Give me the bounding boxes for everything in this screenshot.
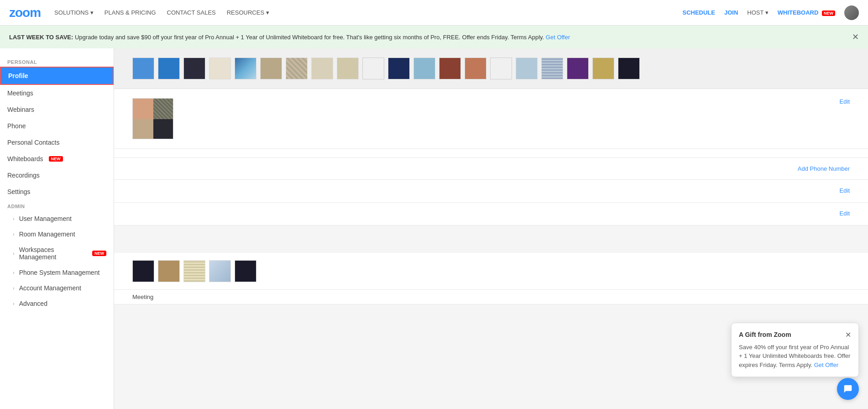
bottom-pattern-2[interactable]: [158, 260, 180, 282]
bg-pattern-10[interactable]: [362, 58, 384, 79]
sidebar-item-advanced[interactable]: › Advanced: [0, 296, 114, 311]
gift-popup-link[interactable]: Get Offer: [814, 362, 838, 368]
edit-button-2[interactable]: Edit: [840, 187, 850, 195]
sidebar: PERSONAL Profile Meetings Webinars Phone…: [0, 48, 114, 409]
nav-contact-sales[interactable]: CONTACT SALES: [167, 9, 216, 16]
sidebar-item-room-management[interactable]: › Room Management: [0, 226, 114, 242]
mosaic-q2: [153, 99, 173, 119]
phone-section: Add Phone Number: [114, 158, 868, 180]
profile-avatar-area: [132, 98, 173, 139]
bg-patterns-bottom: [114, 253, 868, 290]
profile-edit-button[interactable]: Edit: [840, 98, 850, 105]
sidebar-item-whiteboards[interactable]: Whiteboards NEW: [0, 151, 114, 167]
bg-pattern-2[interactable]: [158, 58, 180, 79]
whiteboard-new-badge: NEW: [822, 10, 835, 16]
bg-patterns-top: [114, 48, 868, 89]
banner-prefix: LAST WEEK TO SAVE:: [9, 34, 73, 41]
spacer-2: [114, 225, 868, 253]
sidebar-item-phone[interactable]: Phone: [0, 118, 114, 134]
bg-pattern-7[interactable]: [286, 58, 308, 79]
sidebar-item-account-management[interactable]: › Account Management: [0, 280, 114, 296]
profile-avatar[interactable]: [132, 98, 173, 139]
sidebar-item-personal-contacts[interactable]: Personal Contacts: [0, 134, 114, 151]
bottom-pattern-1[interactable]: [132, 260, 154, 282]
nav-solutions[interactable]: SOLUTIONS ▾: [54, 9, 94, 16]
chat-button[interactable]: [837, 378, 859, 400]
edit-section-2: Edit: [114, 203, 868, 225]
workspaces-new-badge: NEW: [92, 251, 106, 256]
gift-popup-header: A Gift from Zoom ✕: [739, 330, 851, 339]
sidebar-item-user-management[interactable]: › User Management: [0, 211, 114, 226]
mosaic-q4: [153, 119, 173, 139]
bottom-pattern-4[interactable]: [209, 260, 231, 282]
bottom-pattern-3[interactable]: [183, 260, 205, 282]
bg-pattern-14[interactable]: [465, 58, 486, 79]
promo-banner: LAST WEEK TO SAVE: Upgrade today and sav…: [0, 26, 868, 48]
sidebar-item-meetings[interactable]: Meetings: [0, 85, 114, 101]
bg-pattern-9[interactable]: [337, 58, 359, 79]
user-avatar[interactable]: [844, 5, 859, 20]
host-button[interactable]: HOST ▾: [747, 9, 769, 16]
banner-get-offer-link[interactable]: Get Offer: [546, 34, 570, 41]
sidebar-item-settings[interactable]: Settings: [0, 184, 114, 200]
mosaic-q3: [133, 119, 153, 139]
bg-pattern-3[interactable]: [183, 58, 205, 79]
top-nav: zoom SOLUTIONS ▾ PLANS & PRICING CONTACT…: [0, 0, 868, 26]
bg-pattern-12[interactable]: [413, 58, 435, 79]
gift-popup-title: A Gift from Zoom: [739, 331, 791, 338]
banner-message: Upgrade today and save $90 off your firs…: [75, 34, 544, 41]
bg-pattern-1[interactable]: [132, 58, 154, 79]
banner-close-button[interactable]: ✕: [852, 32, 859, 42]
bg-pattern-4[interactable]: [209, 58, 231, 79]
bg-pattern-11[interactable]: [388, 58, 410, 79]
nav-plans[interactable]: PLANS & PRICING: [105, 9, 156, 16]
personal-section-label: PERSONAL: [0, 56, 114, 67]
nav-right: SCHEDULE JOIN HOST ▾ WHITEBOARD NEW: [682, 5, 859, 20]
gift-popup-text: Save 40% off your first year of Pro Annu…: [739, 343, 851, 370]
bg-pattern-18[interactable]: [567, 58, 589, 79]
nav-resources[interactable]: RESOURCES ▾: [227, 9, 269, 16]
add-phone-number-link[interactable]: Add Phone Number: [798, 165, 850, 172]
schedule-button[interactable]: SCHEDULE: [682, 9, 715, 16]
sidebar-item-workspaces-management[interactable]: › Workspaces Management NEW: [0, 242, 114, 265]
bg-pattern-20[interactable]: [618, 58, 640, 79]
bg-pattern-19[interactable]: [592, 58, 614, 79]
nav-links: SOLUTIONS ▾ PLANS & PRICING CONTACT SALE…: [54, 9, 682, 16]
sidebar-item-profile[interactable]: Profile: [0, 67, 114, 85]
bg-pattern-13[interactable]: [439, 58, 461, 79]
profile-avatar-mosaic: [133, 99, 173, 139]
zoom-logo[interactable]: zoom: [9, 5, 41, 20]
gift-popup-close-button[interactable]: ✕: [845, 330, 851, 339]
bg-pattern-8[interactable]: [311, 58, 333, 79]
sidebar-item-webinars[interactable]: Webinars: [0, 101, 114, 118]
spacer-1: [114, 149, 868, 158]
bg-pattern-5[interactable]: [235, 58, 256, 79]
bg-pattern-17[interactable]: [541, 58, 563, 79]
bg-pattern-16[interactable]: [516, 58, 538, 79]
gift-popup: A Gift from Zoom ✕ Save 40% off your fir…: [731, 323, 859, 378]
banner-text: LAST WEEK TO SAVE: Upgrade today and sav…: [9, 34, 570, 41]
edit-section-1: Edit: [114, 180, 868, 203]
join-button[interactable]: JOIN: [724, 9, 738, 16]
mosaic-q1: [133, 99, 153, 119]
profile-section: Edit: [114, 89, 868, 149]
meeting-label: Meeting: [132, 294, 153, 300]
bottom-label: Meeting: [114, 290, 868, 304]
bg-pattern-6[interactable]: [260, 58, 282, 79]
bottom-pattern-5[interactable]: [235, 260, 256, 282]
admin-section-label: ADMIN: [0, 200, 114, 211]
whiteboard-button[interactable]: WHITEBOARD NEW: [778, 9, 835, 16]
whiteboards-new-badge: NEW: [49, 156, 63, 162]
bg-pattern-15[interactable]: [490, 58, 512, 79]
sidebar-item-phone-system-management[interactable]: › Phone System Management: [0, 265, 114, 280]
sidebar-item-recordings[interactable]: Recordings: [0, 167, 114, 184]
edit-button-3[interactable]: Edit: [840, 210, 850, 218]
